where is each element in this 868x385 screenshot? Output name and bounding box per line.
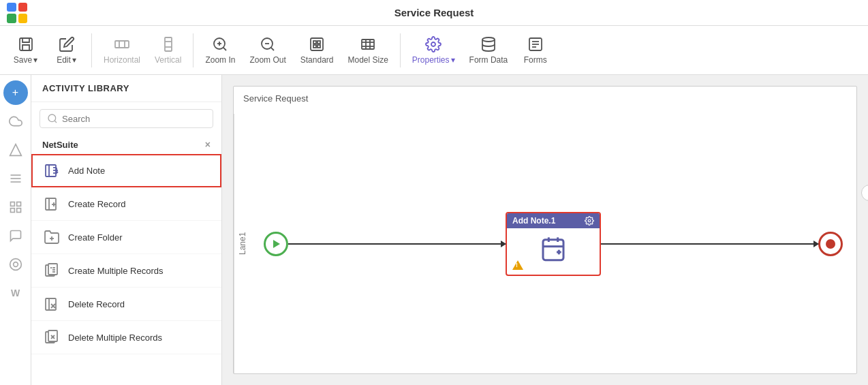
search-input[interactable] [62, 114, 206, 124]
start-node[interactable] [264, 232, 288, 256]
lane-content: Add Note.1 [250, 212, 856, 276]
activity-node-title: Add Note.1 [512, 216, 555, 226]
create-record-label: Create Record [68, 199, 126, 209]
search-box[interactable] [40, 109, 213, 128]
edit-arrow: ▾ [72, 55, 76, 65]
top-bar: Service Request [0, 0, 868, 26]
arrow-to-activity [288, 243, 506, 245]
properties-label: Properties [412, 55, 450, 65]
svg-rect-64 [48, 330, 57, 341]
edit-button[interactable]: Edit ▾ [48, 30, 85, 71]
logo-sq-1 [7, 3, 16, 12]
create-multiple-label: Create Multiple Records [68, 266, 163, 276]
nav-chat-button[interactable] [3, 224, 28, 248]
svg-rect-4 [165, 37, 172, 51]
svg-line-8 [223, 47, 226, 50]
lane: Lane1 Add Note.1 [234, 114, 856, 373]
save-button[interactable]: Save ▾ [7, 30, 44, 71]
forms-button[interactable]: Forms [516, 30, 554, 71]
save-arrow: ▾ [33, 55, 37, 65]
nav-wp-button[interactable]: W [3, 281, 28, 305]
sidebar: Activity Library NetSuite × Add Note [31, 75, 222, 385]
activity-node[interactable]: Add Note.1 [506, 212, 601, 276]
activity-node-gear-icon[interactable] [585, 216, 594, 226]
svg-rect-37 [16, 209, 20, 213]
canvas-label: Service Request [243, 93, 308, 104]
app-logo [7, 3, 27, 23]
save-label: Save [14, 55, 32, 65]
activity-item-create-folder[interactable]: Create Folder [31, 221, 221, 254]
arrow-from-activity [601, 243, 818, 245]
svg-rect-68 [543, 239, 563, 260]
logo-sq-2 [18, 3, 28, 12]
forms-icon [527, 36, 544, 52]
forms-label: Forms [524, 55, 547, 65]
nav-add-button[interactable]: + [3, 80, 28, 105]
svg-rect-36 [10, 209, 14, 213]
svg-rect-15 [313, 41, 316, 44]
add-note-label: Add Note [68, 166, 105, 176]
netsuite-close-button[interactable]: × [205, 139, 211, 150]
end-node-inner [826, 239, 835, 249]
zoom-in-icon [212, 36, 228, 52]
svg-marker-30 [10, 144, 21, 156]
netsuite-row: NetSuite × [31, 135, 221, 154]
properties-button[interactable]: Properties ▾ [407, 30, 461, 71]
model-size-button[interactable]: Model Size [342, 30, 393, 71]
delete-record-label: Delete Record [68, 299, 125, 309]
standard-label: Standard [300, 55, 334, 65]
nav-list-button[interactable] [3, 166, 28, 191]
form-data-label: Form Data [469, 55, 508, 65]
svg-line-41 [55, 121, 57, 123]
nav-table-button[interactable] [3, 195, 28, 219]
toolbar-divider-2 [193, 33, 193, 67]
nav-cloud-button[interactable] [3, 109, 28, 134]
activity-item-create-multiple[interactable]: Create Multiple Records [31, 254, 221, 288]
nav-video-button[interactable] [3, 252, 28, 277]
zoom-in-button[interactable]: Zoom In [200, 30, 241, 71]
svg-point-67 [588, 219, 591, 222]
activity-item-create-record[interactable]: Create Record [31, 187, 221, 221]
zoom-in-label: Zoom In [205, 55, 235, 65]
delete-multiple-icon [42, 328, 61, 347]
standard-icon [309, 36, 325, 52]
activity-node-header: Add Note.1 [507, 213, 600, 228]
vertical-button[interactable]: Vertical [149, 30, 187, 71]
delete-record-icon [42, 294, 61, 313]
activity-item-delete-record[interactable]: Delete Record [31, 288, 221, 321]
save-icon [18, 36, 34, 52]
nav-mountain-button[interactable] [3, 138, 28, 162]
activity-item-add-note[interactable]: Add Note [31, 154, 221, 187]
vertical-label: Vertical [155, 55, 181, 65]
model-size-label: Model Size [347, 55, 388, 65]
activity-node-body [507, 228, 600, 275]
form-data-button[interactable]: Form Data [464, 30, 514, 71]
netsuite-label: NetSuite [42, 140, 78, 150]
main-layout: + W Activity Library NetSui [0, 75, 868, 385]
properties-arrow: ▾ [451, 55, 455, 65]
svg-point-24 [431, 42, 435, 46]
edit-label: Edit [57, 55, 71, 65]
svg-point-25 [482, 37, 495, 42]
delete-multiple-label: Delete Multiple Records [68, 333, 162, 343]
standard-button[interactable]: Standard [295, 30, 339, 71]
svg-point-40 [48, 114, 56, 122]
canvas-inner: Service Request Lane1 Add Note.1 [233, 86, 857, 374]
sidebar-header: Activity Library [31, 75, 221, 102]
end-node[interactable] [818, 232, 843, 256]
zoom-out-button[interactable]: Zoom Out [244, 30, 291, 71]
horizontal-button[interactable]: Horizontal [98, 30, 146, 71]
activity-item-delete-multiple[interactable]: Delete Multiple Records [31, 321, 221, 354]
edit-icon [59, 36, 75, 52]
vertical-icon [160, 36, 176, 52]
svg-rect-34 [10, 202, 14, 206]
warning-badge [512, 260, 523, 271]
horizontal-label: Horizontal [104, 55, 140, 65]
create-multiple-icon [42, 261, 61, 280]
svg-rect-1 [115, 41, 129, 48]
add-note-icon [42, 161, 61, 180]
toolbar: Save ▾ Edit ▾ Horizontal Vertical Zoom I… [0, 26, 868, 75]
page-title: Service Request [394, 7, 474, 18]
create-folder-label: Create Folder [68, 232, 122, 243]
form-data-icon [480, 36, 497, 52]
